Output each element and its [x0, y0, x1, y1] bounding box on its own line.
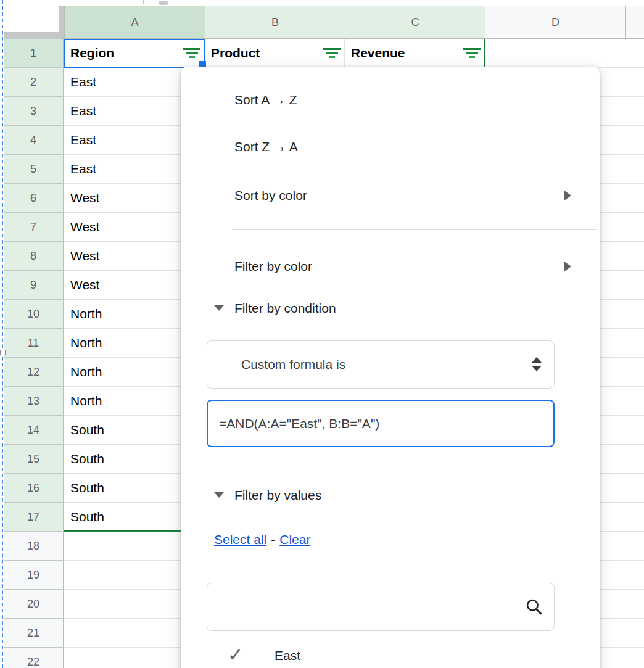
select-all-link[interactable]: Select all: [214, 532, 266, 546]
condition-select-value: Custom formula is: [241, 341, 345, 387]
cell-E9[interactable]: [625, 271, 644, 300]
row-header-11[interactable]: 11: [4, 329, 64, 358]
menu-divider: [232, 229, 597, 230]
row-header-2[interactable]: 2: [4, 68, 64, 97]
row-header-7[interactable]: 7: [4, 213, 64, 242]
link-separator: -: [271, 532, 275, 546]
cell-B1-product-header[interactable]: Product: [205, 39, 345, 68]
cell-E11[interactable]: [625, 329, 644, 358]
cell-A1-region-header[interactable]: Region: [64, 39, 205, 68]
cell-E16[interactable]: [625, 474, 644, 503]
cell-E13[interactable]: [625, 387, 644, 416]
column-header-B[interactable]: B: [205, 6, 345, 39]
value-search-box: [207, 583, 555, 631]
cell-E18[interactable]: [625, 532, 644, 561]
cell-E2[interactable]: [625, 68, 644, 97]
row-header-22[interactable]: 22: [4, 648, 64, 668]
clear-link[interactable]: Clear: [279, 532, 310, 546]
row-header-8[interactable]: 8: [4, 242, 64, 271]
cell-E7[interactable]: [625, 213, 644, 242]
column-header-C[interactable]: C: [345, 6, 485, 39]
column-headers: ABCDE: [0, 6, 644, 39]
row-header-6[interactable]: 6: [4, 184, 64, 213]
filter-value-item-east[interactable]: ✓ East: [181, 646, 600, 667]
spreadsheet-app: ABCDE 1234567891011121314151617181920212…: [0, 0, 644, 668]
submenu-arrow-icon: [564, 191, 571, 200]
row-header-9[interactable]: 9: [4, 271, 64, 300]
cell-D1[interactable]: [485, 39, 625, 68]
row-header-18[interactable]: 18: [4, 532, 64, 561]
menu-item-sort-by-color[interactable]: Sort by color: [234, 186, 307, 205]
cell-E15[interactable]: [625, 445, 644, 474]
row-header-19[interactable]: 19: [4, 561, 64, 590]
row-header-17[interactable]: 17: [4, 503, 64, 532]
product-header-label: Product: [211, 46, 260, 60]
cell-E5[interactable]: [625, 155, 644, 184]
row-header-10[interactable]: 10: [4, 300, 64, 329]
column-header-A[interactable]: A: [64, 6, 205, 39]
row-header-3[interactable]: 3: [4, 97, 64, 126]
funnel-icon: [463, 48, 481, 50]
row-header-4[interactable]: 4: [4, 126, 64, 155]
row-header-15[interactable]: 15: [4, 445, 64, 474]
cell-C1-revenue-header[interactable]: Revenue: [345, 39, 485, 68]
filter-menu: Sort A → Z Sort Z → A Sort by color Filt…: [181, 67, 600, 668]
cell-E14[interactable]: [625, 416, 644, 445]
row-header-14[interactable]: 14: [4, 416, 64, 445]
menu-item-filter-by-values[interactable]: Filter by values: [234, 486, 321, 505]
cell-E10[interactable]: [625, 300, 644, 329]
toolbar-remnant: [159, 1, 168, 5]
filter-value-label: East: [275, 646, 300, 666]
row-header-16[interactable]: 16: [4, 474, 64, 503]
menu-item-filter-by-condition[interactable]: Filter by condition: [234, 299, 336, 318]
column-header-E[interactable]: E: [625, 6, 644, 39]
cell-E17[interactable]: [625, 503, 644, 532]
row-header-12[interactable]: 12: [4, 358, 64, 387]
collapse-caret-icon[interactable]: [214, 305, 224, 311]
filter-button-product[interactable]: [323, 48, 341, 59]
filter-button-region[interactable]: [183, 48, 200, 59]
collapse-caret-icon[interactable]: [214, 492, 224, 498]
menu-item-filter-by-color[interactable]: Filter by color: [234, 257, 312, 276]
row-header-13[interactable]: 13: [4, 387, 64, 416]
check-icon: ✓: [228, 645, 243, 666]
submenu-arrow-icon: [564, 262, 571, 271]
select-all-clear-row: Select all-Clear: [214, 530, 310, 549]
row-header-21[interactable]: 21: [4, 619, 64, 648]
filter-range-right-border: [484, 39, 485, 68]
menu-item-sort-za[interactable]: Sort Z → A: [234, 138, 298, 156]
funnel-icon: [323, 48, 341, 50]
row-header-20[interactable]: 20: [4, 590, 64, 619]
value-search-input[interactable]: [207, 583, 554, 630]
cell-E6[interactable]: [625, 184, 644, 213]
cell-E22[interactable]: [625, 648, 644, 668]
cell-E19[interactable]: [625, 561, 644, 590]
cell-E21[interactable]: [625, 619, 644, 648]
region-header-label: Region: [70, 46, 114, 60]
page-break-dashed-line: [2, 0, 3, 668]
page-break-handle[interactable]: [0, 350, 6, 355]
row-header-1[interactable]: 1: [4, 39, 64, 68]
cell-E8[interactable]: [625, 242, 644, 271]
funnel-icon: [183, 48, 200, 50]
select-updown-icon: [532, 357, 542, 371]
cell-E1[interactable]: [625, 39, 644, 68]
revenue-header-label: Revenue: [351, 46, 405, 60]
filter-button-revenue[interactable]: [463, 48, 481, 59]
menu-item-sort-az[interactable]: Sort A → Z: [234, 91, 297, 109]
row-header-5[interactable]: 5: [4, 155, 64, 184]
custom-formula-input[interactable]: [207, 400, 555, 447]
column-header-D[interactable]: D: [485, 6, 625, 39]
toolbar-separator: [143, 0, 144, 4]
cell-E3[interactable]: [625, 97, 644, 126]
search-icon: [524, 597, 544, 617]
cell-E20[interactable]: [625, 590, 644, 619]
condition-select[interactable]: Custom formula is: [207, 340, 555, 389]
cell-E12[interactable]: [625, 358, 644, 387]
cell-E4[interactable]: [625, 126, 644, 155]
